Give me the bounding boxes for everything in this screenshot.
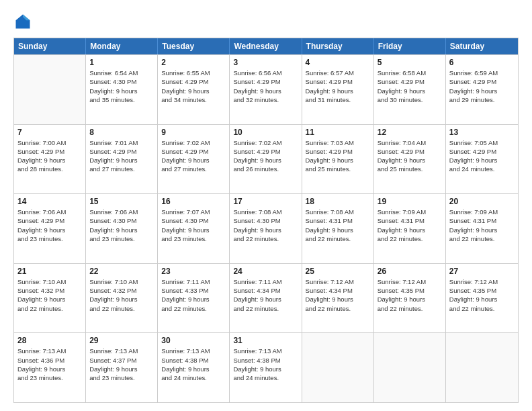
day-info: Sunrise: 7:11 AM Sunset: 4:33 PM Dayligh… (161, 277, 226, 313)
day-info: Sunrise: 7:09 AM Sunset: 4:31 PM Dayligh… (378, 208, 442, 243)
day-number: 3 (233, 58, 298, 67)
calendar-week-5: 28Sunrise: 7:13 AM Sunset: 4:36 PM Dayli… (14, 332, 518, 402)
calendar-cell: 28Sunrise: 7:13 AM Sunset: 4:36 PM Dayli… (14, 333, 86, 402)
day-info: Sunrise: 7:13 AM Sunset: 4:36 PM Dayligh… (17, 347, 82, 382)
logo (13, 12, 35, 31)
calendar-cell: 29Sunrise: 7:13 AM Sunset: 4:37 PM Dayli… (86, 333, 158, 402)
day-info: Sunrise: 7:05 AM Sunset: 4:29 PM Dayligh… (449, 138, 515, 174)
day-info: Sunrise: 6:58 AM Sunset: 4:29 PM Dayligh… (378, 68, 442, 104)
day-info: Sunrise: 7:10 AM Sunset: 4:32 PM Dayligh… (89, 277, 154, 313)
calendar-cell: 4Sunrise: 6:57 AM Sunset: 4:29 PM Daylig… (302, 55, 374, 124)
calendar-header: SundayMondayTuesdayWednesdayThursdayFrid… (14, 38, 518, 54)
calendar-week-1: 1Sunrise: 6:54 AM Sunset: 4:30 PM Daylig… (14, 54, 518, 124)
calendar-cell: 22Sunrise: 7:10 AM Sunset: 4:32 PM Dayli… (86, 264, 158, 333)
calendar-cell: 12Sunrise: 7:04 AM Sunset: 4:29 PM Dayli… (374, 125, 446, 194)
day-info: Sunrise: 7:02 AM Sunset: 4:29 PM Dayligh… (233, 138, 298, 174)
calendar-cell: 10Sunrise: 7:02 AM Sunset: 4:29 PM Dayli… (230, 125, 302, 194)
day-number: 6 (449, 58, 515, 67)
day-info: Sunrise: 7:10 AM Sunset: 4:32 PM Dayligh… (17, 277, 82, 313)
day-number: 12 (378, 128, 442, 137)
calendar-cell: 24Sunrise: 7:11 AM Sunset: 4:34 PM Dayli… (230, 264, 302, 333)
calendar-cell (446, 333, 518, 402)
calendar-cell: 7Sunrise: 7:00 AM Sunset: 4:29 PM Daylig… (14, 125, 86, 194)
header-day-tuesday: Tuesday (158, 38, 230, 54)
day-number: 11 (306, 128, 370, 137)
header-day-saturday: Saturday (446, 38, 518, 54)
day-info: Sunrise: 7:13 AM Sunset: 4:38 PM Dayligh… (233, 347, 298, 382)
day-info: Sunrise: 7:12 AM Sunset: 4:34 PM Dayligh… (306, 277, 370, 313)
day-number: 24 (233, 267, 298, 276)
calendar-cell: 19Sunrise: 7:09 AM Sunset: 4:31 PM Dayli… (374, 194, 446, 263)
day-number: 4 (306, 58, 370, 67)
day-number: 21 (17, 267, 82, 276)
calendar-cell: 14Sunrise: 7:06 AM Sunset: 4:29 PM Dayli… (14, 194, 86, 263)
calendar-cell: 3Sunrise: 6:56 AM Sunset: 4:29 PM Daylig… (230, 55, 302, 124)
day-info: Sunrise: 7:08 AM Sunset: 4:30 PM Dayligh… (233, 208, 298, 243)
day-number: 16 (161, 197, 226, 206)
day-number: 9 (161, 128, 226, 137)
calendar-cell (302, 333, 374, 402)
day-number: 31 (233, 336, 298, 345)
day-number: 7 (17, 128, 82, 137)
calendar-body: 1Sunrise: 6:54 AM Sunset: 4:30 PM Daylig… (14, 54, 518, 402)
calendar-cell: 2Sunrise: 6:55 AM Sunset: 4:29 PM Daylig… (158, 55, 230, 124)
day-info: Sunrise: 7:00 AM Sunset: 4:29 PM Dayligh… (17, 138, 82, 174)
calendar-cell (374, 333, 446, 402)
calendar-cell: 5Sunrise: 6:58 AM Sunset: 4:29 PM Daylig… (374, 55, 446, 124)
day-info: Sunrise: 7:03 AM Sunset: 4:29 PM Dayligh… (306, 138, 370, 174)
calendar-cell: 21Sunrise: 7:10 AM Sunset: 4:32 PM Dayli… (14, 264, 86, 333)
day-number: 19 (378, 197, 442, 206)
calendar-week-2: 7Sunrise: 7:00 AM Sunset: 4:29 PM Daylig… (14, 124, 518, 194)
calendar-cell: 25Sunrise: 7:12 AM Sunset: 4:34 PM Dayli… (302, 264, 374, 333)
day-number: 25 (306, 267, 370, 276)
day-info: Sunrise: 7:08 AM Sunset: 4:31 PM Dayligh… (306, 208, 370, 243)
calendar-cell: 27Sunrise: 7:12 AM Sunset: 4:35 PM Dayli… (446, 264, 518, 333)
day-info: Sunrise: 7:13 AM Sunset: 4:37 PM Dayligh… (89, 347, 154, 382)
calendar-cell: 26Sunrise: 7:12 AM Sunset: 4:35 PM Dayli… (374, 264, 446, 333)
day-number: 10 (233, 128, 298, 137)
logo-icon (13, 12, 32, 31)
header-day-monday: Monday (86, 38, 158, 54)
day-info: Sunrise: 7:04 AM Sunset: 4:29 PM Dayligh… (378, 138, 442, 174)
day-number: 30 (161, 336, 226, 345)
calendar-cell: 30Sunrise: 7:13 AM Sunset: 4:38 PM Dayli… (158, 333, 230, 402)
header-day-friday: Friday (374, 38, 446, 54)
day-info: Sunrise: 7:06 AM Sunset: 4:30 PM Dayligh… (89, 208, 154, 243)
day-number: 18 (306, 197, 370, 206)
calendar-cell: 23Sunrise: 7:11 AM Sunset: 4:33 PM Dayli… (158, 264, 230, 333)
day-info: Sunrise: 7:02 AM Sunset: 4:29 PM Dayligh… (161, 138, 226, 174)
day-info: Sunrise: 7:12 AM Sunset: 4:35 PM Dayligh… (449, 277, 515, 313)
calendar-cell: 15Sunrise: 7:06 AM Sunset: 4:30 PM Dayli… (86, 194, 158, 263)
calendar-week-3: 14Sunrise: 7:06 AM Sunset: 4:29 PM Dayli… (14, 193, 518, 263)
day-info: Sunrise: 6:54 AM Sunset: 4:30 PM Dayligh… (89, 68, 154, 104)
calendar-cell: 16Sunrise: 7:07 AM Sunset: 4:30 PM Dayli… (158, 194, 230, 263)
day-number: 14 (17, 197, 82, 206)
calendar-cell: 20Sunrise: 7:09 AM Sunset: 4:31 PM Dayli… (446, 194, 518, 263)
day-number: 23 (161, 267, 226, 276)
calendar-cell: 11Sunrise: 7:03 AM Sunset: 4:29 PM Dayli… (302, 125, 374, 194)
day-info: Sunrise: 7:12 AM Sunset: 4:35 PM Dayligh… (378, 277, 442, 313)
day-info: Sunrise: 6:57 AM Sunset: 4:29 PM Dayligh… (306, 68, 370, 104)
day-info: Sunrise: 7:11 AM Sunset: 4:34 PM Dayligh… (233, 277, 298, 313)
calendar-cell: 18Sunrise: 7:08 AM Sunset: 4:31 PM Dayli… (302, 194, 374, 263)
day-info: Sunrise: 7:13 AM Sunset: 4:38 PM Dayligh… (161, 347, 226, 382)
calendar-cell: 17Sunrise: 7:08 AM Sunset: 4:30 PM Dayli… (230, 194, 302, 263)
day-number: 8 (89, 128, 154, 137)
calendar-cell: 9Sunrise: 7:02 AM Sunset: 4:29 PM Daylig… (158, 125, 230, 194)
day-number: 20 (449, 197, 515, 206)
day-info: Sunrise: 6:56 AM Sunset: 4:29 PM Dayligh… (233, 68, 298, 104)
day-info: Sunrise: 6:59 AM Sunset: 4:29 PM Dayligh… (449, 68, 515, 104)
day-info: Sunrise: 7:07 AM Sunset: 4:30 PM Dayligh… (161, 208, 226, 243)
day-number: 2 (161, 58, 226, 67)
header-day-sunday: Sunday (14, 38, 86, 54)
day-number: 26 (378, 267, 442, 276)
day-number: 5 (378, 58, 442, 67)
day-number: 13 (449, 128, 515, 137)
calendar-cell: 6Sunrise: 6:59 AM Sunset: 4:29 PM Daylig… (446, 55, 518, 124)
day-info: Sunrise: 6:55 AM Sunset: 4:29 PM Dayligh… (161, 68, 226, 104)
calendar: SundayMondayTuesdayWednesdayThursdayFrid… (13, 38, 519, 403)
day-info: Sunrise: 7:09 AM Sunset: 4:31 PM Dayligh… (449, 208, 515, 243)
day-number: 15 (89, 197, 154, 206)
day-number: 17 (233, 197, 298, 206)
day-number: 29 (89, 336, 154, 345)
